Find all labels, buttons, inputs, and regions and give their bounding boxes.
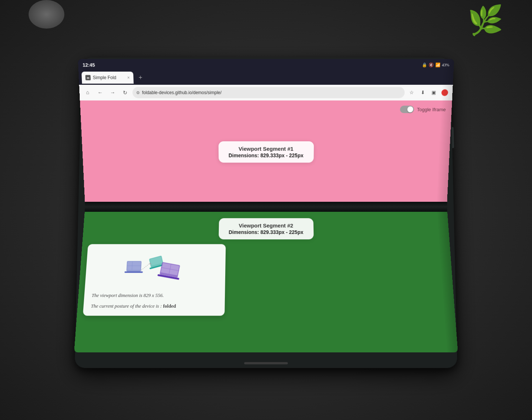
device-body: 12:45 🔒 🔇 📶 43% m Simple Fold × — [75, 58, 457, 368]
tab-close-button[interactable]: × — [127, 75, 130, 80]
nav-action-icons: ☆ ⬇ ▣ — [407, 88, 450, 97]
top-screen: 12:45 🔒 🔇 📶 43% m Simple Fold × — [78, 59, 454, 202]
segment1-dimensions: Dimensions: 829.333px - 225px — [228, 152, 304, 158]
laptops-svg — [118, 250, 193, 283]
extension-button[interactable] — [440, 88, 450, 97]
back-button[interactable]: ← — [95, 87, 105, 98]
active-tab[interactable]: m Simple Fold × — [82, 72, 134, 84]
download-button[interactable]: ⬇ — [418, 88, 428, 97]
bottom-screen: Viewport Segment #2 Dimensions: 829.333p… — [74, 212, 458, 353]
segment2-card: Viewport Segment #2 Dimensions: 829.333p… — [218, 218, 314, 239]
device-illustration — [118, 250, 193, 287]
forward-icon: → — [110, 90, 115, 96]
posture-label: The current posture of the device is : — [91, 303, 162, 309]
toggle-area: Toggle Iframe — [400, 106, 446, 113]
address-bar[interactable]: ⚙ foldable-devices.github.io/demos/simpl… — [132, 87, 405, 98]
home-icon: ⌂ — [86, 90, 89, 96]
tab-switcher-button[interactable]: ▣ — [429, 88, 439, 97]
plant-decoration — [460, 0, 503, 36]
address-text: foldable-devices.github.io/demos/simple/ — [142, 90, 222, 96]
segment2-dimensions: Dimensions: 829.333px - 225px — [228, 229, 303, 235]
fold-crease — [85, 202, 447, 212]
segment2-card-wrapper: Viewport Segment #2 Dimensions: 829.333p… — [83, 212, 449, 239]
signal-icon: 📶 — [435, 62, 440, 67]
tab-title: Simple Fold — [93, 75, 125, 80]
refresh-button[interactable]: ↻ — [120, 87, 130, 98]
forward-button[interactable]: → — [107, 87, 118, 98]
record-icon — [441, 89, 448, 96]
nav-bar: ⌂ ← → ↻ ⚙ foldable-devices.github.io/dem… — [79, 85, 453, 101]
bottom-navigation-bar — [244, 362, 288, 364]
bookmark-button[interactable]: ☆ — [407, 88, 417, 97]
status-icons: 🔒 🔇 📶 43% — [422, 62, 449, 67]
power-button[interactable] — [452, 127, 454, 148]
refresh-icon: ↻ — [123, 89, 127, 96]
tune-icon: ⚙ — [136, 90, 140, 95]
svg-rect-2 — [124, 272, 143, 273]
segment1-title: Viewport Segment #1 — [228, 146, 304, 152]
segment1-card: Viewport Segment #1 Dimensions: 829.333p… — [218, 141, 314, 162]
battery-text: 43% — [442, 63, 450, 67]
top-viewport-segment: Viewport Segment #1 Dimensions: 829.333p… — [80, 101, 452, 202]
new-tab-button[interactable]: + — [136, 73, 146, 82]
home-button[interactable]: ⌂ — [82, 87, 93, 98]
status-bar: 12:45 🔒 🔇 📶 43% — [78, 59, 454, 70]
tab-favicon: m — [85, 75, 91, 80]
iframe-toggle[interactable] — [400, 106, 414, 113]
segment2-title: Viewport Segment #2 — [229, 223, 303, 229]
foldable-device: 12:45 🔒 🔇 📶 43% m Simple Fold × — [75, 58, 457, 368]
info-card: The viewport dimension is 829 x 556. The… — [83, 244, 226, 316]
posture-text: The current posture of the device is : f… — [91, 302, 217, 309]
mute-icon: 🔇 — [428, 62, 434, 67]
status-time: 12:45 — [83, 62, 95, 68]
toggle-label: Toggle Iframe — [417, 107, 446, 112]
lock-icon: 🔒 — [422, 62, 427, 67]
browser-chrome: 12:45 🔒 🔇 📶 43% m Simple Fold × — [78, 59, 454, 101]
gray-object-decoration — [29, 0, 64, 29]
bottom-viewport-segment: Viewport Segment #2 Dimensions: 829.333p… — [74, 212, 458, 353]
tab-bar: m Simple Fold × + — [78, 70, 453, 85]
posture-value: folded — [163, 303, 176, 309]
viewport-dimension-text: The viewport dimension is 829 x 556. — [92, 292, 218, 299]
toggle-knob — [407, 106, 413, 112]
back-icon: ← — [97, 90, 103, 96]
